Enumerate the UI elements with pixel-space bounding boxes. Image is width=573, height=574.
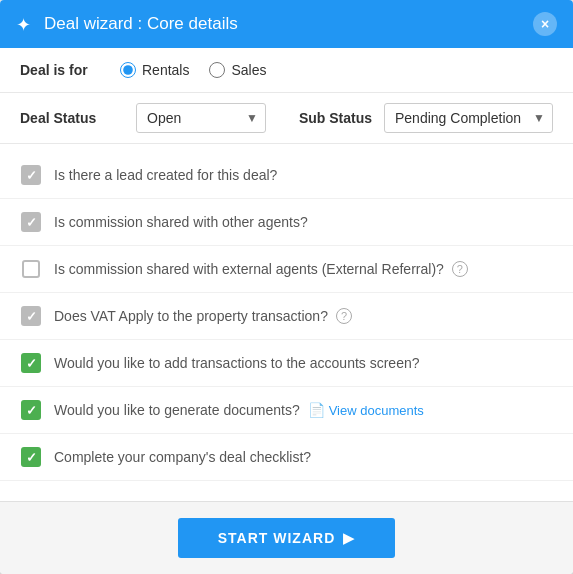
sales-radio[interactable] xyxy=(209,62,225,78)
sub-status-select[interactable]: Pending Completion Completed On Hold xyxy=(384,103,553,133)
header-left: ✦ Deal wizard : Core details xyxy=(16,14,238,34)
documents-text: Would you like to generate documents? 📄 … xyxy=(54,402,424,418)
sub-status-group: Sub Status Pending Completion Completed … xyxy=(299,103,553,133)
deal-status-row: Deal Status Open Closed Cancelled ▼ Sub … xyxy=(0,93,573,144)
transactions-text: Would you like to add transactions to th… xyxy=(54,355,420,371)
checkbox-company-checklist[interactable] xyxy=(20,446,42,468)
sub-status-label: Sub Status xyxy=(299,110,372,126)
checkbox-transactions[interactable] xyxy=(20,352,42,374)
start-arrow-icon: ▶ xyxy=(343,530,355,546)
list-item: Is commission shared with external agent… xyxy=(0,246,573,293)
lead-text: Is there a lead created for this deal? xyxy=(54,167,277,183)
sales-option[interactable]: Sales xyxy=(209,62,266,78)
checkbox-unchecked-icon xyxy=(22,260,40,278)
list-item: Does VAT Apply to the property transacti… xyxy=(0,293,573,340)
deal-status-label: Deal Status xyxy=(20,110,120,126)
view-documents-link[interactable]: 📄 View documents xyxy=(308,402,424,418)
checkbox-documents[interactable] xyxy=(20,399,42,421)
checkbox-gray-icon xyxy=(21,212,41,232)
start-wizard-label: START WIZARD xyxy=(218,530,336,546)
deal-is-for-row: Deal is for Rentals Sales xyxy=(0,48,573,93)
rentals-option[interactable]: Rentals xyxy=(120,62,189,78)
deal-status-select[interactable]: Open Closed Cancelled xyxy=(136,103,266,133)
checkbox-lead[interactable] xyxy=(20,164,42,186)
document-icon: 📄 xyxy=(308,402,325,418)
rentals-label: Rentals xyxy=(142,62,189,78)
commission-external-text: Is commission shared with external agent… xyxy=(54,261,468,277)
modal-footer: START WIZARD ▶ xyxy=(0,501,573,574)
modal-header: ✦ Deal wizard : Core details × xyxy=(0,0,573,48)
checkbox-checked-icon xyxy=(21,353,41,373)
checkbox-checked-icon xyxy=(21,447,41,467)
list-item: Would you like to add transactions to th… xyxy=(0,340,573,387)
checkbox-gray-icon xyxy=(21,165,41,185)
vat-text: Does VAT Apply to the property transacti… xyxy=(54,308,352,324)
checkbox-commission-agents[interactable] xyxy=(20,211,42,233)
sales-label: Sales xyxy=(231,62,266,78)
list-item: Complete your company's deal checklist? xyxy=(0,434,573,481)
help-icon[interactable]: ? xyxy=(452,261,468,277)
close-button[interactable]: × xyxy=(533,12,557,36)
deal-type-radio-group: Rentals Sales xyxy=(120,62,267,78)
checkbox-commission-external[interactable] xyxy=(20,258,42,280)
commission-agents-text: Is commission shared with other agents? xyxy=(54,214,308,230)
vat-help-icon[interactable]: ? xyxy=(336,308,352,324)
checkbox-vat[interactable] xyxy=(20,305,42,327)
rentals-radio[interactable] xyxy=(120,62,136,78)
company-checklist-text: Complete your company's deal checklist? xyxy=(54,449,311,465)
list-item: Would you like to generate documents? 📄 … xyxy=(0,387,573,434)
start-wizard-button[interactable]: START WIZARD ▶ xyxy=(178,518,396,558)
deal-is-for-label: Deal is for xyxy=(20,62,120,78)
list-item: Is commission shared with other agents? xyxy=(0,199,573,246)
deal-status-select-wrapper: Open Closed Cancelled ▼ xyxy=(136,103,266,133)
checkbox-checked-icon xyxy=(21,400,41,420)
checkbox-gray-icon xyxy=(21,306,41,326)
modal-body: Deal is for Rentals Sales Deal Status Op… xyxy=(0,48,573,501)
deal-wizard-modal: ✦ Deal wizard : Core details × Deal is f… xyxy=(0,0,573,574)
checklist: Is there a lead created for this deal? I… xyxy=(0,144,573,489)
list-item: Is there a lead created for this deal? xyxy=(0,152,573,199)
sub-status-select-wrapper: Pending Completion Completed On Hold ▼ xyxy=(384,103,553,133)
modal-title: Deal wizard : Core details xyxy=(44,14,238,34)
wizard-icon: ✦ xyxy=(16,14,36,34)
